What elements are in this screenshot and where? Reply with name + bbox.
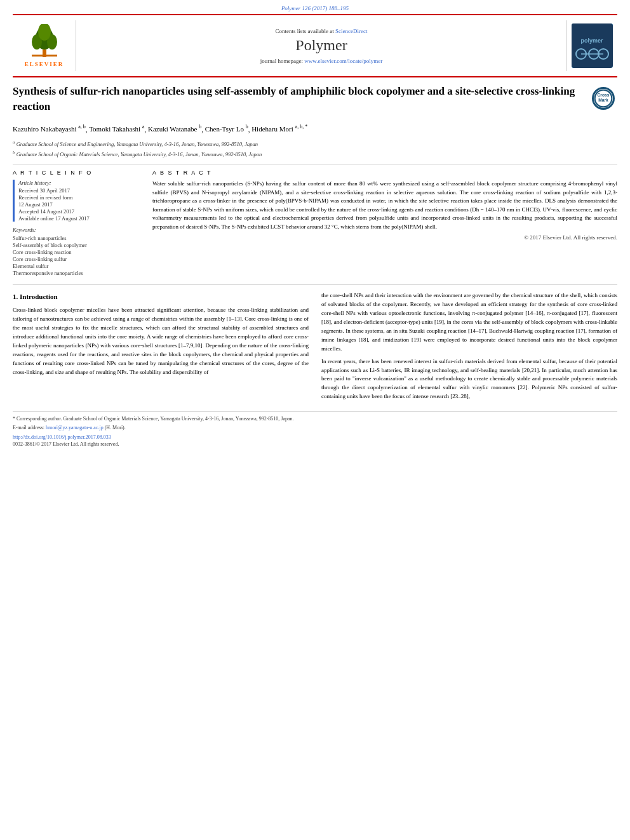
article-main: Synthesis of sulfur-rich nanoparticles u… [13, 77, 617, 453]
article-title: Synthesis of sulfur-rich nanoparticles u… [13, 84, 586, 114]
abstract-column: A B S T R A C T Water soluble sulfur-ric… [152, 170, 617, 277]
intro-heading: 1. Introduction [13, 291, 309, 302]
email-name: (H. Mori). [105, 425, 126, 430]
crossmark-icon: Cross Mark [592, 87, 615, 110]
footnote-section: * Corresponding author. Graduate School … [13, 411, 617, 447]
affiliation-b: b Graduate School of Organic Materials S… [13, 149, 617, 159]
intro-paragraph-3: In recent years, there has been renewed … [321, 357, 617, 402]
abstract-heading: A B S T R A C T [152, 170, 617, 176]
divider-1 [13, 164, 617, 164]
crossmark[interactable]: Cross Mark [592, 87, 617, 110]
journal-header: ELSEVIER Contents lists available at Sci… [13, 14, 617, 77]
svg-text:Cross: Cross [598, 93, 610, 97]
body-left-column: 1. Introduction Cross-linked block copol… [13, 291, 309, 405]
received-date: Received 30 April 2017 [18, 187, 140, 194]
polymer-logo: polymer [566, 20, 617, 71]
body-content: 1. Introduction Cross-linked block copol… [13, 291, 617, 405]
intro-paragraph-1: Cross-linked block copolymer micelles ha… [13, 306, 309, 377]
author-mori: Hideharu Mori a, b, * [251, 125, 307, 133]
author-lo: Chen-Tsyr Lo b [205, 125, 248, 133]
article-info-column: A R T I C L E I N F O Article history: R… [13, 170, 140, 277]
history-label: Article history: [18, 180, 140, 186]
sciencedirect-link[interactable]: ScienceDirect [335, 28, 367, 34]
copyright-line: © 2017 Elsevier Ltd. All rights reserved… [152, 234, 617, 241]
author-nakabayashi: Kazuhiro Nakabayashi a, b [13, 125, 86, 133]
journal-ref-text: Polymer 126 (2017) 188–195 [281, 5, 349, 11]
keyword-3: Core cross-linking reaction [13, 249, 140, 255]
body-right-column: the core-shell NPs and their interaction… [321, 291, 617, 405]
doi-line[interactable]: http://dx.doi.org/10.1016/j.polymer.2017… [13, 434, 617, 440]
article-history: Article history: Received 30 April 2017 … [13, 180, 140, 222]
elsevier-label: ELSEVIER [25, 61, 64, 67]
keyword-2: Self-assembly of block copolymer [13, 242, 140, 248]
email-link[interactable]: hmori@yz.yamagata-u.ac.jp [46, 425, 104, 430]
keyword-5: Elemental sulfur [13, 263, 140, 269]
received-revised-label: Received in revised form [18, 194, 140, 201]
intro-paragraph-2: the core-shell NPs and their interaction… [321, 291, 617, 354]
article-title-section: Synthesis of sulfur-rich nanoparticles u… [13, 84, 617, 117]
svg-text:polymer: polymer [580, 37, 603, 44]
polymer-journal-logo-icon: polymer [572, 23, 613, 68]
author-takahashi: Tomoki Takahashi a [89, 125, 144, 133]
elsevier-logo: ELSEVIER [13, 20, 76, 71]
keywords-section: Keywords: Sulfur-rich nanoparticles Self… [13, 227, 140, 276]
corresponding-note: * Corresponding author. Graduate School … [13, 415, 617, 423]
authors-section: Kazuhiro Nakabayashi a, b, Tomoki Takaha… [13, 124, 617, 135]
journal-title: Polymer [295, 37, 347, 54]
affiliation-a: a Graduate School of Science and Enginee… [13, 139, 617, 149]
svg-text:Mark: Mark [598, 98, 608, 102]
journal-center: Contents lists available at ScienceDirec… [76, 20, 566, 71]
info-abstract-section: A R T I C L E I N F O Article history: R… [13, 170, 617, 277]
homepage-prefix: journal homepage: [260, 58, 303, 64]
divider-2 [13, 284, 617, 285]
keywords-label: Keywords: [13, 227, 140, 233]
available-online-date: Available online 17 August 2017 [18, 215, 140, 222]
article-info-heading: A R T I C L E I N F O [13, 170, 140, 176]
issn-line: 0032-3861/© 2017 Elsevier Ltd. All right… [13, 441, 617, 447]
keyword-1: Sulfur-rich nanoparticles [13, 235, 140, 241]
homepage-line: journal homepage: www.elsevier.com/locat… [260, 58, 382, 64]
abstract-text: Water soluble sulfur-rich nanoparticles … [152, 180, 617, 231]
doi-link[interactable]: http://dx.doi.org/10.1016/j.polymer.2017… [13, 434, 111, 440]
page-wrapper: Polymer 126 (2017) 188–195 ELSEVIER Cont… [0, 0, 630, 453]
keyword-6: Thermoresponsive nanoparticles [13, 270, 140, 276]
crossmark-svg-icon: Cross Mark [594, 87, 613, 110]
received-revised-date: 12 August 2017 [18, 201, 140, 208]
contents-available-text: Contents lists available at [276, 28, 334, 34]
accepted-date: Accepted 14 August 2017 [18, 208, 140, 215]
svg-rect-5 [32, 55, 57, 57]
email-label: E-mail address: [13, 425, 44, 430]
keyword-4: Core cross-linking sulfur [13, 256, 140, 262]
email-line: E-mail address: hmori@yz.yamagata-u.ac.j… [13, 424, 617, 432]
elsevier-tree-icon [25, 24, 64, 59]
homepage-url[interactable]: www.elsevier.com/locate/polymer [304, 58, 382, 64]
contents-line: Contents lists available at ScienceDirec… [276, 28, 368, 34]
author-watanabe: Kazuki Watanabe b [148, 125, 201, 133]
polymer-logo-image: polymer [572, 23, 613, 68]
affiliations: a Graduate School of Science and Enginee… [13, 139, 617, 159]
svg-rect-6 [572, 23, 613, 68]
journal-reference: Polymer 126 (2017) 188–195 [0, 0, 630, 14]
